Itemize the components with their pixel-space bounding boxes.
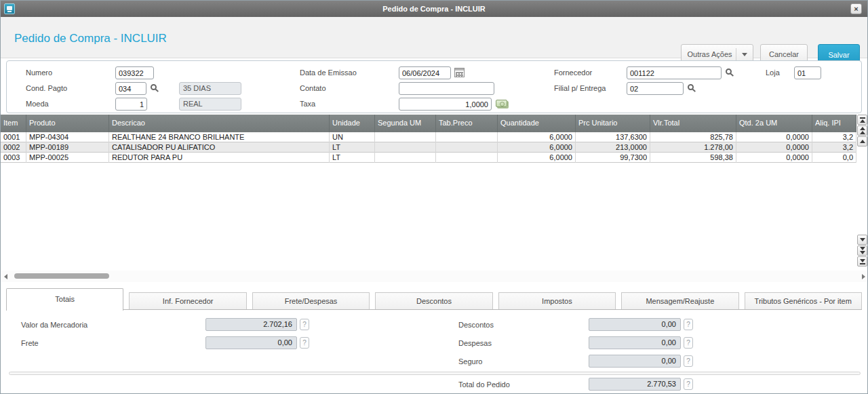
tab-inf-fornecedor[interactable]: Inf. Fornecedor [129, 292, 246, 309]
grid-cell[interactable] [375, 132, 436, 142]
filial-entrega-search-icon[interactable] [688, 84, 694, 90]
grid-cell[interactable]: CATALISADOR PU ALIFATICO [109, 142, 330, 153]
grid-cell[interactable]: 0,0000 [736, 153, 812, 163]
grid-cell[interactable]: 99,7300 [576, 153, 650, 163]
money-icon[interactable] [496, 100, 507, 107]
window-app-icon [4, 3, 15, 14]
seguro-label: Seguro [458, 355, 482, 368]
grid-column-header[interactable]: Descricao [109, 115, 330, 132]
data-emissao-label: Data de Emissao [300, 66, 357, 79]
valor-mercadoria-help-button[interactable]: ? [300, 319, 309, 330]
grid-cell[interactable]: 1.278,00 [650, 142, 736, 153]
totais-panel: Valor da Mercadoria 2.702,16 ? Frete 0,0… [1, 311, 867, 393]
contato-label: Contato [300, 82, 326, 95]
scroll-up-button[interactable] [857, 136, 867, 146]
scroll-page-up-button[interactable] [857, 125, 867, 136]
grid-cell[interactable]: UN [330, 132, 375, 142]
data-emissao-input[interactable] [399, 66, 451, 79]
items-grid: ItemProdutoDescricaoUnidadeSegunda UMTab… [1, 115, 868, 271]
cond-pagto-input[interactable] [115, 82, 146, 95]
scroll-last-row-button[interactable] [857, 256, 867, 267]
seguro-value: 0,00 [589, 355, 681, 368]
tab-totais[interactable]: Totais [6, 288, 123, 311]
grid-cell[interactable]: 6,0000 [498, 132, 576, 142]
grid-cell[interactable]: 137,6300 [576, 132, 650, 142]
fornecedor-input[interactable] [627, 66, 722, 79]
total-pedido-help-button[interactable]: ? [684, 378, 693, 390]
grid-cell[interactable]: 6,0000 [498, 153, 576, 163]
frete-help-button[interactable]: ? [300, 337, 309, 349]
grid-cell[interactable]: 598,38 [650, 153, 736, 163]
fornecedor-search-icon[interactable] [726, 68, 732, 75]
contato-input[interactable] [399, 82, 494, 95]
grid-cell[interactable]: LT [330, 153, 375, 163]
moeda-input[interactable] [115, 98, 147, 111]
grid-column-header[interactable]: Qtd. 2a UM [736, 115, 812, 132]
scroll-down-button[interactable] [857, 235, 867, 245]
grid-cell[interactable] [436, 153, 498, 163]
loja-input[interactable] [794, 66, 821, 79]
grid-column-header[interactable]: Tab.Preco [436, 115, 498, 132]
horizontal-scroll-thumb[interactable] [14, 273, 109, 279]
seguro-help-button[interactable]: ? [684, 355, 693, 367]
grid-cell[interactable]: 3,2 [812, 132, 856, 142]
tab-mensagem-reajuste[interactable]: Mensagem/Reajuste [621, 292, 738, 309]
tab-impostos[interactable]: Impostos [498, 292, 616, 309]
grid-cell[interactable]: 0002 [1, 142, 26, 153]
total-pedido-value: 2.770,53 [589, 378, 681, 391]
tab-frete-despesas[interactable]: Frete/Despesas [252, 292, 370, 309]
grid-column-header[interactable]: Item [1, 115, 26, 132]
moeda-label: Moeda [26, 98, 49, 111]
chevron-down-icon [742, 53, 747, 56]
loja-label: Loja [766, 66, 780, 79]
calendar-icon[interactable] [454, 68, 465, 77]
grid-cell[interactable]: 0001 [1, 132, 26, 142]
tab-descontos[interactable]: Descontos [375, 292, 492, 309]
grid-cell[interactable]: 825,78 [650, 132, 736, 142]
grid-column-header[interactable]: Vlr.Total [650, 115, 736, 132]
grid-cell[interactable]: 213,0000 [576, 142, 650, 153]
scroll-right-icon[interactable] [862, 274, 865, 279]
bottom-tabbar: Totais Inf. Fornecedor Frete/Despesas De… [6, 288, 862, 310]
taxa-input[interactable] [399, 98, 492, 111]
grid-cell[interactable]: REDUTOR PARA PU [109, 153, 330, 163]
grid-cell[interactable]: MPP-04304 [26, 132, 109, 142]
filial-entrega-input[interactable] [627, 82, 684, 95]
grid-column-header[interactable]: Produto [26, 115, 109, 132]
cond-pagto-search-icon[interactable] [151, 84, 157, 90]
grid-cell[interactable]: 6,0000 [498, 142, 576, 153]
grid-column-header[interactable]: Aliq. IPI [812, 115, 856, 132]
tab-tributos-genericos[interactable]: Tributos Genéricos - Por item [745, 292, 862, 309]
grid-cell[interactable] [375, 142, 436, 153]
grid-column-header[interactable]: Unidade [330, 115, 375, 132]
grid-cell[interactable] [436, 132, 498, 142]
grid-cell[interactable]: 0,0 [812, 153, 856, 163]
scroll-first-row-button[interactable] [857, 115, 867, 125]
grid-cell[interactable]: MPP-00189 [26, 142, 109, 153]
grid-cell[interactable] [436, 142, 498, 153]
grid-row[interactable]: 0003MPP-00025REDUTOR PARA PULT6,000099,7… [1, 153, 856, 163]
close-icon[interactable] [850, 3, 862, 14]
cond-pagto-desc: 35 DIAS [179, 82, 241, 95]
grid-column-header[interactable]: Segunda UM [375, 115, 436, 132]
grid-cell[interactable] [375, 153, 436, 163]
descontos-help-button[interactable]: ? [684, 319, 693, 330]
despesas-help-button[interactable]: ? [684, 337, 693, 349]
grid-cell[interactable]: 0,0000 [736, 142, 812, 153]
grid-cell[interactable]: 0003 [1, 153, 26, 163]
descontos-label: Descontos [458, 319, 494, 331]
cond-pagto-label: Cond. Pagto [26, 82, 67, 95]
grid-cell[interactable]: LT [330, 142, 375, 153]
grid-column-header[interactable]: Quantidade [498, 115, 576, 132]
numero-input[interactable] [115, 66, 154, 79]
window-titlebar: Pedido de Compra - INCLUIR [1, 1, 867, 17]
scroll-left-icon[interactable] [4, 274, 7, 279]
grid-cell[interactable]: 0,0000 [736, 132, 812, 142]
grid-row[interactable]: 0002MPP-00189CATALISADOR PU ALIFATICOLT6… [1, 142, 856, 153]
grid-cell[interactable]: 3,2 [812, 142, 856, 153]
grid-row[interactable]: 0001MPP-04304REALTHANE 24 BRANCO BRILHAN… [1, 132, 856, 142]
grid-cell[interactable]: REALTHANE 24 BRANCO BRILHANTE [109, 132, 330, 142]
grid-cell[interactable]: MPP-00025 [26, 153, 109, 163]
scroll-page-down-button[interactable] [857, 245, 867, 256]
grid-column-header[interactable]: Prc Unitario [576, 115, 650, 132]
